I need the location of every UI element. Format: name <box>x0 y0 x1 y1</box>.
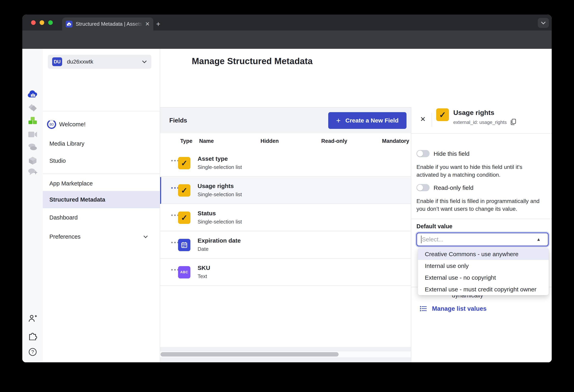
sidebar-item-studio[interactable]: Studio <box>43 154 160 167</box>
table-row-usage-rights[interactable]: ✓ Usage rights Single-selection list <box>160 177 411 204</box>
sidebar-item-structured-metadata[interactable]: Structured Metadata <box>43 191 160 208</box>
read-only-toggle[interactable] <box>416 184 430 191</box>
column-mandatory: Mandatory <box>382 138 409 144</box>
column-type: Type <box>180 138 192 144</box>
default-value-input[interactable] <box>422 236 548 243</box>
column-read-only: Read-only <box>321 138 347 144</box>
chevron-down-icon <box>142 60 147 63</box>
single-selection-list-icon: ✓ <box>178 211 190 224</box>
dropdown-option[interactable]: Creative Commons - use anywhere <box>418 248 549 260</box>
default-value-dropdown: Creative Commons - use anywhere Internal… <box>418 248 549 295</box>
external-id: external_id: usage_rights <box>453 120 507 125</box>
tab-title: Structured Metadata | Assets <box>76 21 143 27</box>
fields-panel-title: Fields <box>169 117 187 124</box>
account-name: du26xxwtk <box>67 59 142 65</box>
progress-ring-icon: 80 <box>46 119 57 129</box>
column-hidden: Hidden <box>261 138 279 144</box>
sidebar-item-app-marketplace[interactable]: App Marketplace <box>43 177 160 190</box>
divider <box>431 113 432 127</box>
sidebar: DU du26xxwtk 80 Welcome! Media Library S… <box>43 49 160 362</box>
single-selection-list-icon: ✓ <box>436 108 449 121</box>
hide-field-label: Hide this field <box>433 150 470 157</box>
table-row-asset-type[interactable]: ✓ Asset type Single-selection list <box>160 150 411 177</box>
date-icon <box>178 239 190 251</box>
divider <box>411 219 552 219</box>
addons-puzzle-icon[interactable] <box>22 331 43 340</box>
page-title: Manage Structured Metadata <box>192 56 313 66</box>
svg-text:?: ? <box>31 349 34 354</box>
tab-search-button[interactable] <box>538 18 549 28</box>
page-content: ? DU du26xxwtk 80 W <box>22 49 552 362</box>
read-only-description: Enable if this field is filled in progra… <box>416 197 544 213</box>
chevron-down-icon <box>541 22 545 24</box>
chevron-down-icon <box>143 235 148 238</box>
browser-toolbar: ← → ⟳ console.cloudinary.com/console/c-0… <box>22 30 552 49</box>
tab-strip: Structured Metadata | Assets ✕ + <box>22 15 552 30</box>
text-cursor <box>421 236 421 243</box>
hide-field-toggle[interactable] <box>416 150 430 157</box>
horizontal-scrollbar[interactable] <box>160 351 411 357</box>
svg-text:80: 80 <box>49 122 54 126</box>
browser-tab[interactable]: Structured Metadata | Assets ✕ <box>62 18 153 30</box>
window-controls <box>31 20 53 25</box>
sidebar-item-welcome[interactable]: 80 Welcome! <box>43 118 160 131</box>
single-selection-list-icon: ✓ <box>178 157 190 169</box>
video-icon[interactable] <box>22 131 43 138</box>
divider <box>43 173 160 174</box>
maximize-window-button[interactable] <box>48 20 53 25</box>
caret-up-icon: ▲ <box>536 237 541 242</box>
fields-table-header: Type Name Hidden Read-only Mandatory <box>160 133 411 150</box>
sidebar-item-media-library[interactable]: Media Library <box>43 137 160 150</box>
close-window-button[interactable] <box>31 20 36 25</box>
invite-user-icon[interactable] <box>22 314 43 323</box>
product-icon-rail: ? <box>22 49 43 362</box>
dam-stack-icon[interactable] <box>22 143 43 151</box>
plus-icon: + <box>336 116 341 125</box>
sidebar-item-preferences[interactable]: Preferences <box>43 230 160 243</box>
table-row-expiration-date[interactable]: Expiration date Date <box>160 232 411 259</box>
divider <box>411 133 552 134</box>
dropdown-option[interactable]: External use - no copyright <box>418 272 549 284</box>
default-value-select[interactable]: ▲ <box>416 233 549 246</box>
browser-window: Structured Metadata | Assets ✕ + ← → ⟳ c… <box>22 15 552 362</box>
table-row-sku[interactable]: ABC SKU Text <box>160 259 411 286</box>
field-detail-panel: ✕ ✓ Usage rights external_id: usage_righ… <box>411 107 552 362</box>
cloudinary-logo-icon[interactable] <box>22 90 43 98</box>
close-icon[interactable]: ✕ <box>420 115 426 123</box>
dropdown-option[interactable]: Internal use only <box>418 260 549 272</box>
hide-field-description: Enable if you want to hide this field un… <box>416 163 544 179</box>
cube-icon[interactable] <box>22 156 43 165</box>
tab-close-icon[interactable]: ✕ <box>145 21 150 27</box>
default-value-label: Default value <box>416 223 452 230</box>
chat-spark-icon[interactable] <box>22 167 43 175</box>
manage-list-values-link[interactable]: Manage list values <box>420 305 487 312</box>
help-icon[interactable]: ? <box>22 348 43 356</box>
single-selection-list-icon: ✓ <box>178 184 190 197</box>
detail-header: ✕ ✓ Usage rights external_id: usage_righ… <box>411 107 552 133</box>
fields-footer <box>160 347 411 362</box>
detail-title: Usage rights <box>453 109 494 117</box>
fields-header: Fields + Create a New Field <box>160 107 411 133</box>
create-new-field-button[interactable]: + Create a New Field <box>328 112 407 129</box>
new-tab-button[interactable]: + <box>156 21 160 28</box>
column-name: Name <box>199 138 214 144</box>
table-row-status[interactable]: ✓ Status Single-selection list <box>160 204 411 231</box>
dropdown-option[interactable]: External use - must credit copyright own… <box>418 284 549 295</box>
account-selector[interactable]: DU du26xxwtk <box>48 55 151 69</box>
copy-icon[interactable] <box>510 119 516 125</box>
divider <box>43 111 160 111</box>
main-area: Manage Structured Metadata Fields + Crea… <box>160 49 552 362</box>
account-badge: DU <box>52 57 62 66</box>
text-icon: ABC <box>178 266 190 278</box>
list-icon <box>420 306 427 312</box>
assets-diamonds-icon[interactable] <box>22 104 43 112</box>
sidebar-item-dashboard[interactable]: Dashboard <box>43 211 160 224</box>
read-only-label: Read-only field <box>433 185 473 191</box>
sidebar-item-label: Welcome! <box>59 121 86 128</box>
programmable-media-icon[interactable] <box>22 117 43 126</box>
cloudinary-favicon-icon <box>66 21 73 27</box>
minimize-window-button[interactable] <box>40 20 44 25</box>
scrollbar-thumb[interactable] <box>161 352 339 356</box>
